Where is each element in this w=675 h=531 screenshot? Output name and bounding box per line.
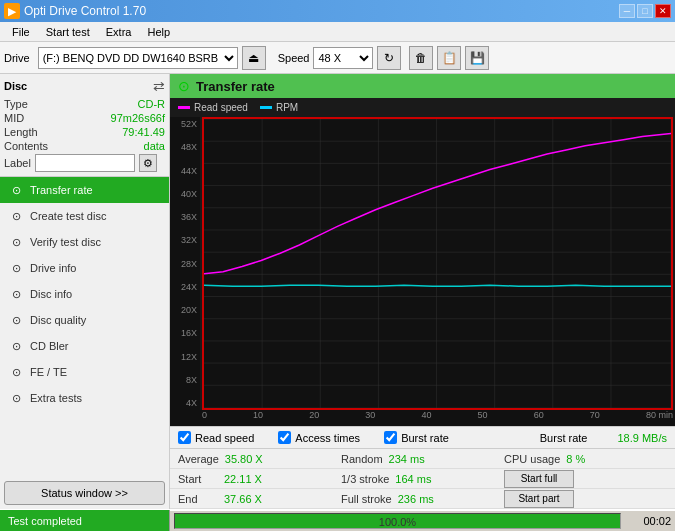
nav-fe-te[interactable]: ⊙ FE / TE xyxy=(0,359,169,385)
nav-disc-quality[interactable]: ⊙ Disc quality xyxy=(0,307,169,333)
y-label-8: 8X xyxy=(170,375,200,385)
y-label-20: 20X xyxy=(170,305,200,315)
nav-disc-info-label: Disc info xyxy=(30,288,72,300)
chart-header: ⊙ Transfer rate xyxy=(170,74,675,98)
start-part-button[interactable]: Start part xyxy=(504,490,574,508)
burst-rate-label-right: Burst rate xyxy=(540,432,588,444)
label-gear-button[interactable]: ⚙ xyxy=(139,154,157,172)
disc-contents-label: Contents xyxy=(4,140,48,152)
nav-extra-tests-label: Extra tests xyxy=(30,392,82,404)
nav-transfer-rate[interactable]: ⊙ Transfer rate xyxy=(0,177,169,203)
disc-length-row: Length 79:41.49 xyxy=(4,126,165,138)
disc-arrow-icon[interactable]: ⇄ xyxy=(153,78,165,94)
read-speed-checkbox-item: Read speed xyxy=(178,431,254,444)
title-bar-left: ▶ Opti Drive Control 1.70 xyxy=(4,3,146,19)
y-label-44: 44X xyxy=(170,166,200,176)
save-button[interactable]: 💾 xyxy=(465,46,489,70)
status-window-button[interactable]: Status window >> xyxy=(4,481,165,505)
cd-bler-icon: ⊙ xyxy=(8,338,24,354)
chart-title: Transfer rate xyxy=(196,79,275,94)
legend-read-speed: Read speed xyxy=(178,102,248,113)
refresh-button[interactable]: ↻ xyxy=(377,46,401,70)
nav-verify-test-disc[interactable]: ⊙ Verify test disc xyxy=(0,229,169,255)
disc-contents-value: data xyxy=(144,140,165,152)
menu-start-test[interactable]: Start test xyxy=(38,24,98,40)
average-value: 35.80 X xyxy=(225,453,275,465)
disc-label-label: Label xyxy=(4,157,31,169)
nav-cd-bler-label: CD Bler xyxy=(30,340,69,352)
nav-verify-test-disc-label: Verify test disc xyxy=(30,236,101,248)
nav-drive-info[interactable]: ⊙ Drive info xyxy=(0,255,169,281)
minimize-button[interactable]: ─ xyxy=(619,4,635,18)
burst-rate-checkbox-item: Burst rate xyxy=(384,431,449,444)
random-label: Random xyxy=(341,453,383,465)
stats-row-1: Average 35.80 X Random 234 ms CPU usage … xyxy=(170,449,675,469)
one-third-value: 164 ms xyxy=(395,473,445,485)
legend-read-speed-label: Read speed xyxy=(194,102,248,113)
fe-te-icon: ⊙ xyxy=(8,364,24,380)
y-label-16: 16X xyxy=(170,328,200,338)
menu-file[interactable]: File xyxy=(4,24,38,40)
start-cell: Start 22.11 X xyxy=(178,473,341,485)
chart-area: ⊙ Transfer rate Read speed RPM 52X 48X 4… xyxy=(170,74,675,509)
nav-disc-info[interactable]: ⊙ Disc info xyxy=(0,281,169,307)
progress-text: 100.0% xyxy=(175,514,620,529)
title-bar: ▶ Opti Drive Control 1.70 ─ □ ✕ xyxy=(0,0,675,22)
y-label-24: 24X xyxy=(170,282,200,292)
disc-mid-row: MID 97m26s66f xyxy=(4,112,165,124)
end-cell: End 37.66 X xyxy=(178,493,341,505)
nav-transfer-rate-label: Transfer rate xyxy=(30,184,93,196)
drive-info-icon: ⊙ xyxy=(8,260,24,276)
x-label-40: 40 xyxy=(421,410,431,426)
start-full-cell: Start full xyxy=(504,470,667,488)
nav-items: ⊙ Transfer rate ⊙ Create test disc ⊙ Ver… xyxy=(0,177,169,477)
speed-select[interactable]: 48 X xyxy=(313,47,373,69)
menu-help[interactable]: Help xyxy=(139,24,178,40)
nav-cd-bler[interactable]: ⊙ CD Bler xyxy=(0,333,169,359)
disc-label-input[interactable] xyxy=(35,154,135,172)
read-speed-checkbox[interactable] xyxy=(178,431,191,444)
access-times-checkbox[interactable] xyxy=(278,431,291,444)
chart-icon: ⊙ xyxy=(178,78,190,94)
copy-button[interactable]: 📋 xyxy=(437,46,461,70)
drive-select[interactable]: (F:) BENQ DVD DD DW1640 BSRB xyxy=(38,47,238,69)
app-icon: ▶ xyxy=(4,3,20,19)
menu-extra[interactable]: Extra xyxy=(98,24,140,40)
sidebar: Disc ⇄ Type CD-R MID 97m26s66f Length 79… xyxy=(0,74,170,509)
y-label-32: 32X xyxy=(170,235,200,245)
x-label-0: 0 xyxy=(202,410,207,426)
transfer-rate-icon: ⊙ xyxy=(8,182,24,198)
disc-title: Disc xyxy=(4,80,27,92)
y-axis: 52X 48X 44X 40X 36X 32X 28X 24X 20X 16X … xyxy=(170,117,200,410)
y-label-4: 4X xyxy=(170,398,200,408)
end-value: 37.66 X xyxy=(224,493,274,505)
y-label-36: 36X xyxy=(170,212,200,222)
burst-rate-checkbox[interactable] xyxy=(384,431,397,444)
disc-length-value: 79:41.49 xyxy=(122,126,165,138)
start-full-button[interactable]: Start full xyxy=(504,470,574,488)
status-text: Test completed xyxy=(0,510,170,531)
progress-bar: 100.0% xyxy=(174,513,621,529)
erase-button[interactable]: 🗑 xyxy=(409,46,433,70)
nav-extra-tests[interactable]: ⊙ Extra tests xyxy=(0,385,169,411)
access-times-checkbox-item: Access times xyxy=(278,431,360,444)
start-part-cell: Start part xyxy=(504,490,667,508)
y-label-12: 12X xyxy=(170,352,200,362)
drive-label: Drive xyxy=(4,52,30,64)
main-content: Disc ⇄ Type CD-R MID 97m26s66f Length 79… xyxy=(0,74,675,509)
maximize-button[interactable]: □ xyxy=(637,4,653,18)
title-bar-controls: ─ □ ✕ xyxy=(619,4,671,18)
cpu-usage-cell: CPU usage 8 % xyxy=(504,453,667,465)
burst-rate-checkbox-label: Burst rate xyxy=(401,432,449,444)
legend-rpm-label: RPM xyxy=(276,102,298,113)
stats-row-3: End 37.66 X Full stroke 236 ms Start par… xyxy=(170,489,675,509)
speed-label: Speed xyxy=(278,52,310,64)
eject-button[interactable]: ⏏ xyxy=(242,46,266,70)
start-value: 22.11 X xyxy=(224,473,274,485)
nav-create-test-disc[interactable]: ⊙ Create test disc xyxy=(0,203,169,229)
verify-test-disc-icon: ⊙ xyxy=(8,234,24,250)
end-label: End xyxy=(178,493,218,505)
close-button[interactable]: ✕ xyxy=(655,4,671,18)
y-label-52: 52X xyxy=(170,119,200,129)
y-label-28: 28X xyxy=(170,259,200,269)
